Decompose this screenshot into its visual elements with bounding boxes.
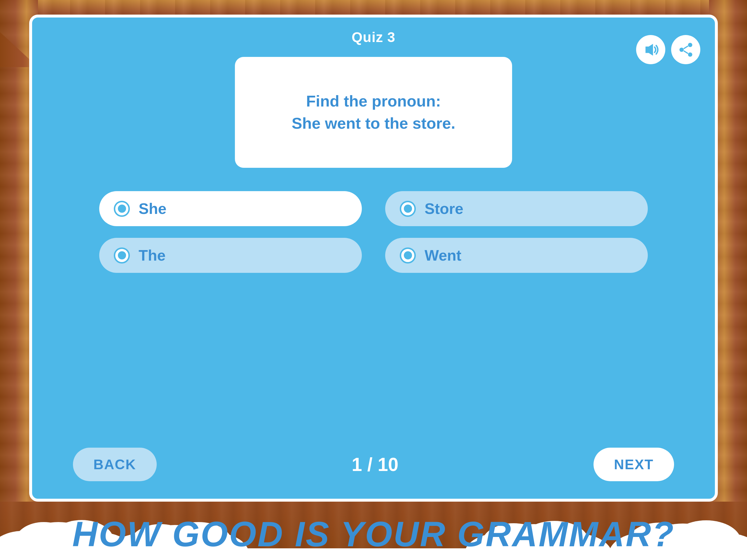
radio-she: [114, 201, 130, 217]
answer-went[interactable]: Went: [385, 238, 648, 273]
footer-tagline: HOW GOOD IS YOUR GRAMMAR?: [0, 514, 747, 554]
question-line1: Find the pronoun:: [306, 92, 441, 110]
sound-button[interactable]: [636, 35, 665, 64]
radio-inner-store: [404, 205, 412, 213]
answer-the[interactable]: The: [99, 238, 362, 273]
question-line2: She went to the store.: [291, 114, 455, 132]
back-button[interactable]: BACK: [73, 448, 157, 481]
share-button[interactable]: [671, 35, 700, 64]
quiz-title: Quiz 3: [352, 29, 395, 45]
icon-buttons-container: [636, 35, 700, 64]
answer-store[interactable]: Store: [385, 191, 648, 226]
svg-marker-0: [645, 44, 653, 55]
svg-point-3: [679, 48, 684, 52]
next-button[interactable]: NEXT: [594, 448, 674, 481]
answer-she[interactable]: She: [99, 191, 362, 226]
sound-icon: [643, 42, 659, 58]
svg-point-1: [688, 43, 692, 47]
answer-she-label: She: [138, 200, 166, 218]
radio-inner-she: [118, 205, 126, 213]
share-icon: [678, 42, 694, 58]
question-card: Find the pronoun: She went to the store.: [235, 57, 512, 168]
radio-inner-went: [404, 251, 412, 259]
answers-grid: She Store The Went: [82, 191, 665, 273]
svg-line-4: [684, 46, 688, 48]
answer-store-label: Store: [424, 200, 463, 218]
svg-line-5: [684, 51, 688, 53]
question-text: Find the pronoun: She went to the store.: [291, 90, 455, 134]
page-counter: 1 / 10: [352, 454, 398, 475]
radio-went: [400, 248, 416, 263]
radio-store: [400, 201, 416, 217]
svg-point-2: [688, 52, 692, 57]
answer-the-label: The: [138, 247, 165, 264]
bottom-navigation: BACK 1 / 10 NEXT: [55, 448, 692, 481]
main-quiz-card: Quiz 3 Find the pronoun: She went to the…: [29, 15, 718, 502]
answer-went-label: Went: [424, 247, 461, 264]
radio-inner-the: [118, 251, 126, 259]
radio-the: [114, 248, 130, 263]
